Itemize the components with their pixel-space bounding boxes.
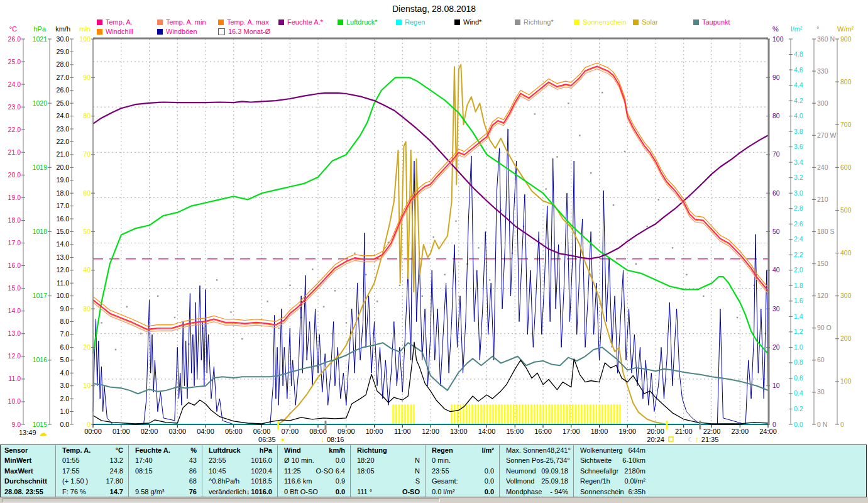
series-richtung-dot xyxy=(613,204,614,206)
table-col-temp: Temp. A.°C01:5513.217:5524.8(+ 1.50 )17.… xyxy=(56,445,129,497)
axis-tick-label: 26.0 xyxy=(8,35,21,43)
axis-tick-label: 100 xyxy=(79,35,91,43)
axis-tick-label: 20 xyxy=(83,343,91,351)
series-richtung-dot xyxy=(534,113,536,114)
series-richtung-dot xyxy=(278,328,279,329)
axis-tick-label: 700 xyxy=(840,121,852,128)
series-richtung-dot xyxy=(455,220,456,221)
table-row: 0 min. xyxy=(426,455,499,465)
sunshine-bar xyxy=(558,404,559,424)
table-row: Sonnenschein6:35h xyxy=(574,487,651,497)
series-richtung-dot xyxy=(230,311,231,312)
table-row: 0.0 l/m²0.0 xyxy=(426,487,499,497)
table-row: Temp. A.°C xyxy=(56,445,128,455)
table-row: S xyxy=(351,476,425,486)
sunshine-bar xyxy=(578,404,579,424)
series-richtung-dot xyxy=(672,247,673,248)
sunshine-bar xyxy=(530,404,532,424)
axis-tick-label: 10.0 xyxy=(8,397,21,405)
axis-tick-label: 0.6 xyxy=(794,374,803,382)
moonset-time: 08:16 xyxy=(327,436,344,443)
table-row-label: Durchschnitt xyxy=(1,476,55,486)
axis-tick-label: 100 xyxy=(772,35,784,43)
axis-tick-label: 600 xyxy=(840,163,852,171)
axis-tick-label: 900 xyxy=(840,35,852,43)
table-row: 9.58 g/m³76 xyxy=(129,487,202,497)
x-tick-label: 20:00 xyxy=(647,428,664,435)
axis-tick-label: 1016 xyxy=(33,356,48,363)
table-row: 18:05N xyxy=(351,466,425,476)
table-col-info2: Wolkenunterg644mSichtweite6-10kmSchneefa… xyxy=(574,445,866,497)
axis-tick-label: 20.0 xyxy=(8,171,21,179)
sunshine-bar xyxy=(542,404,544,424)
table-row-label: 28.08. 23:55 xyxy=(1,487,55,497)
sunshine-bar xyxy=(513,404,514,424)
axis-tick-label: 20.0 xyxy=(57,163,70,171)
axis-unit-hpa: hPa xyxy=(33,25,46,33)
axis-tick-label: 18.0 xyxy=(57,189,70,197)
sunshine-bar xyxy=(534,404,535,424)
axis-tick-label: 9.0 xyxy=(60,305,69,312)
x-tick-label: 02:00 xyxy=(141,428,158,435)
axis-tick-label: 2.2 xyxy=(794,251,803,258)
sunshine-bar xyxy=(492,404,493,424)
axis-tick-label: 12.0 xyxy=(8,352,21,360)
x-tick-label: 03:00 xyxy=(168,428,186,435)
sunrise-sun-icon: ☀ xyxy=(280,436,287,445)
series-richtung-dot xyxy=(365,274,366,275)
table-col-regen: Regenl/m²0 min.23:550.0Gesamt:0.00.0 l/m… xyxy=(426,445,500,497)
sunshine-bar xyxy=(539,404,541,424)
sunshine-bar xyxy=(489,404,490,424)
series-richtung-dot xyxy=(686,274,687,275)
axis-tick-label: 1.2 xyxy=(794,328,803,335)
sunshine-bar xyxy=(525,404,526,424)
axis-tick-label: 120 xyxy=(817,292,828,299)
axis-tick-label: 50 xyxy=(772,228,780,235)
sunshine-bar xyxy=(590,404,591,424)
table-row: Ø 10 min.0.0 xyxy=(278,455,350,465)
weather-chart[interactable]: °C9.010.011.012.013.014.015.016.017.018.… xyxy=(0,0,868,445)
series-richtung-dot xyxy=(346,322,347,323)
statistics-table: SensorMinWertMaxWertDurchschnitt28.08. 2… xyxy=(0,445,867,497)
series-richtung-dot xyxy=(289,285,290,286)
table-row: 08:1586 xyxy=(129,466,202,476)
axis-tick-label: 300 xyxy=(840,292,852,299)
sunshine-bar xyxy=(610,404,612,424)
sunshine-bar xyxy=(546,404,547,424)
axis-tick-label: 3.8 xyxy=(794,128,803,135)
x-tick-label: 17:00 xyxy=(563,428,580,435)
axis-unit-lm2: l/m² xyxy=(791,25,803,33)
table-row: 10:451020.4 xyxy=(202,466,277,476)
axis-tick-label: 4.8 xyxy=(794,50,803,58)
axis-tick-label: 30 xyxy=(817,388,825,395)
axis-tick-label: 7.0 xyxy=(60,330,69,338)
axis-tick-label: 50 xyxy=(83,228,91,235)
x-tick-label: 13:00 xyxy=(450,428,468,435)
sunset-square-icon xyxy=(669,437,673,441)
table-row: F: 76 %14.7 xyxy=(56,487,128,497)
x-tick-label: 09:00 xyxy=(338,428,355,435)
axis-tick-label: 16.0 xyxy=(57,215,70,223)
series-richtung-dot xyxy=(376,301,378,302)
sunshine-bar xyxy=(504,404,505,424)
x-tick-label: 08:00 xyxy=(309,428,327,435)
axis-unit-sunmin: min xyxy=(79,25,91,33)
axis-tick-label: 30 xyxy=(83,305,91,312)
axis-tick-label: 90 xyxy=(83,74,91,81)
table-row: Neumond09.09.18 xyxy=(500,466,573,476)
moonrise-arrow-icon: ↑ xyxy=(695,435,699,444)
axis-tick-label: 100 xyxy=(840,377,852,385)
sunshine-bar xyxy=(469,404,470,424)
axis-tick-label: 240 xyxy=(817,163,828,171)
axis-tick-label: 5.0 xyxy=(60,356,69,363)
axis-tick-label: 150 xyxy=(817,260,828,267)
series-richtung-dot xyxy=(720,258,721,259)
axis-tick-label: 14.0 xyxy=(57,240,70,248)
axis-tick-label: 300 xyxy=(817,99,828,107)
sunshine-bar xyxy=(613,404,615,424)
sunshine-bar xyxy=(560,404,561,424)
axis-tick-label: 19.0 xyxy=(8,194,21,201)
axis-tick-label: 4.4 xyxy=(794,81,803,89)
table-row: Wolkenunterg644m xyxy=(574,445,651,455)
x-tick-label: 00:00 xyxy=(84,428,102,435)
